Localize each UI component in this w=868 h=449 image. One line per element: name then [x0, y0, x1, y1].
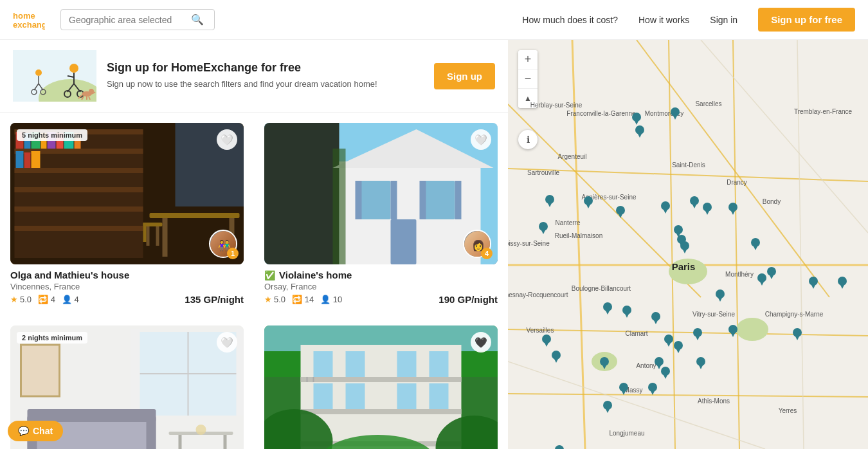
- chat-bubble[interactable]: 💬 Chat: [8, 421, 63, 441]
- listing-heart-button[interactable]: 🖤: [471, 332, 491, 353]
- svg-rect-59: [420, 181, 426, 219]
- svg-rect-92: [429, 383, 449, 409]
- svg-marker-197: [554, 359, 558, 363]
- svg-rect-58: [391, 181, 397, 219]
- svg-rect-87: [397, 351, 417, 377]
- svg-point-190: [693, 328, 702, 337]
- svg-text:Longjumeau: Longjumeau: [609, 430, 644, 437]
- listing-title: Olga and Mathieu's house: [10, 270, 129, 280]
- svg-text:Franconville-la-Garenne: Franconville-la-Garenne: [566, 110, 636, 117]
- svg-marker-169: [683, 250, 687, 253]
- svg-point-142: [632, 113, 641, 122]
- listing-stats: ★5.0 🔁 4 👤 4: [10, 295, 79, 304]
- svg-point-196: [552, 351, 561, 360]
- svg-rect-77: [21, 345, 60, 396]
- svg-rect-43: [150, 213, 240, 218]
- svg-marker-191: [696, 336, 700, 340]
- search-bar[interactable]: 🔍: [60, 9, 215, 30]
- svg-marker-189: [676, 349, 680, 353]
- svg-text:Athis-Mons: Athis-Mons: [698, 398, 730, 405]
- svg-marker-151: [586, 205, 590, 208]
- svg-rect-82: [301, 377, 462, 382]
- svg-marker-173: [760, 282, 764, 286]
- zoom-out-button[interactable]: −: [518, 69, 538, 89]
- svg-point-176: [809, 277, 818, 286]
- signin-link[interactable]: Sign in: [710, 15, 737, 25]
- map-controls: + − ▲: [518, 50, 538, 108]
- svg-line-103: [508, 394, 868, 397]
- listing-heart-button[interactable]: 🤍: [217, 129, 237, 150]
- promo-content: Sign up for HomeExchange for free Sign u…: [107, 61, 424, 90]
- svg-marker-175: [770, 275, 773, 279]
- svg-point-4: [69, 64, 78, 73]
- svg-marker-193: [731, 333, 735, 337]
- svg-marker-157: [692, 205, 696, 208]
- listing-info: ✅ Violaine's home Orsay, France ★5.0 🔁 1…: [264, 264, 498, 305]
- svg-rect-48: [156, 226, 159, 246]
- listing-min-nights-badge: 5 nights minimum: [17, 129, 87, 141]
- listing-card[interactable]: 🤍 👩 4 ✅ Violaine's home Orsay, France: [254, 113, 508, 315]
- svg-point-202: [603, 401, 612, 410]
- nav-how-link[interactable]: How it works: [638, 15, 689, 25]
- svg-rect-52: [264, 123, 339, 264]
- nav-cost-link[interactable]: How much does it cost?: [522, 15, 618, 25]
- svg-marker-153: [619, 214, 622, 218]
- listing-card[interactable]: 5 nights minimum 🤍 👫 1 Olga and Mathieu'…: [0, 113, 254, 315]
- svg-point-174: [767, 267, 776, 276]
- svg-point-192: [728, 325, 737, 334]
- svg-point-154: [661, 201, 670, 210]
- svg-marker-149: [548, 203, 552, 207]
- svg-point-204: [655, 357, 664, 366]
- map-info-button[interactable]: ℹ: [518, 130, 538, 149]
- svg-marker-185: [654, 320, 658, 324]
- search-input[interactable]: [69, 15, 191, 25]
- svg-point-76: [196, 425, 206, 435]
- reset-bearing-button[interactable]: ▲: [518, 89, 538, 108]
- logo[interactable]: home exchange: [13, 7, 45, 33]
- svg-rect-57: [356, 181, 362, 219]
- svg-line-104: [733, 40, 739, 449]
- listing-heart-button[interactable]: 🤍: [217, 332, 237, 353]
- svg-rect-60: [455, 181, 462, 219]
- svg-marker-145: [673, 116, 677, 120]
- main-layout: Sign up for HomeExchange for free Sign u…: [0, 40, 868, 449]
- promo-signup-button[interactable]: Sign up: [434, 63, 495, 89]
- listing-rating: ★5.0: [264, 295, 285, 304]
- svg-marker-161: [731, 211, 735, 215]
- header: home exchange 🔍 How much does it cost? H…: [0, 0, 868, 40]
- svg-point-11: [35, 69, 42, 76]
- svg-text:Nanterre: Nanterre: [556, 219, 581, 226]
- svg-point-156: [690, 196, 699, 205]
- listing-meta: ★5.0 🔁 4 👤 4 135 GP/night: [10, 294, 244, 305]
- zoom-in-button[interactable]: +: [518, 50, 538, 69]
- svg-point-172: [757, 273, 766, 282]
- svg-text:Drancy: Drancy: [727, 179, 747, 186]
- svg-point-178: [716, 289, 725, 298]
- svg-rect-61: [391, 219, 417, 264]
- svg-rect-56: [423, 181, 455, 219]
- svg-rect-29: [15, 187, 143, 192]
- listing-meta: ★5.0 🔁 14 👤 10 190 GP/night: [264, 294, 498, 305]
- chat-label: Chat: [33, 426, 53, 436]
- svg-marker-155: [664, 210, 667, 214]
- svg-point-168: [680, 241, 689, 250]
- signup-button[interactable]: Sign up for free: [758, 8, 855, 32]
- svg-line-100: [572, 40, 585, 449]
- svg-point-200: [619, 383, 628, 392]
- svg-marker-159: [705, 211, 709, 215]
- svg-point-206: [661, 367, 670, 376]
- svg-marker-203: [606, 409, 610, 413]
- svg-point-146: [635, 125, 644, 134]
- svg-point-188: [674, 341, 683, 350]
- svg-rect-67: [131, 329, 140, 416]
- svg-marker-195: [545, 343, 548, 347]
- listing-card[interactable]: 🖤: [254, 315, 508, 449]
- svg-rect-74: [179, 435, 182, 449]
- listings-panel: Sign up for HomeExchange for free Sign u…: [0, 40, 508, 449]
- promo-title: Sign up for HomeExchange for free: [107, 61, 424, 75]
- svg-text:Asnières-sur-Seine: Asnières-sur-Seine: [581, 194, 636, 201]
- listing-min-nights-badge: 2 nights minimum: [17, 332, 87, 344]
- listing-heart-button[interactable]: 🤍: [471, 129, 491, 150]
- listing-image-wrap: 🖤: [264, 325, 498, 449]
- svg-text:Bondy: Bondy: [763, 198, 781, 205]
